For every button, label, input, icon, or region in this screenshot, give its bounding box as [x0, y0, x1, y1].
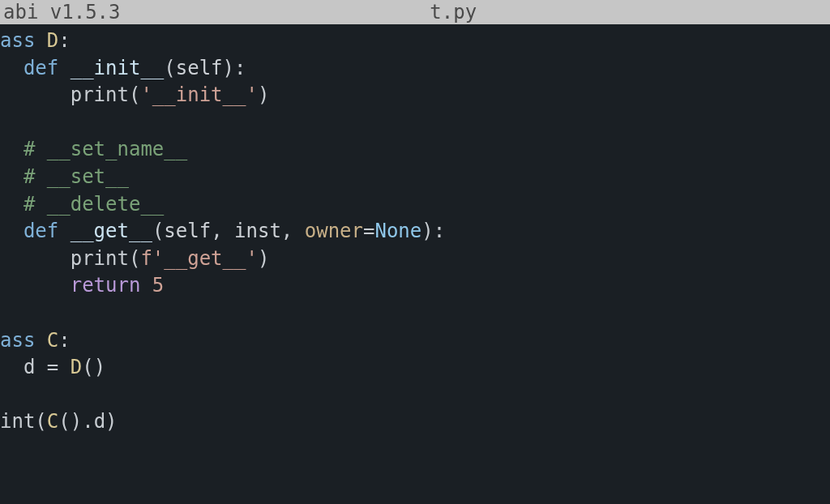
call: print — [71, 247, 129, 270]
variable: d — [24, 356, 47, 378]
paren: ) — [421, 220, 433, 242]
comma: , — [211, 220, 234, 242]
blank — [0, 111, 11, 134]
param-self: self — [164, 220, 211, 242]
paren: ) — [223, 57, 234, 79]
code-line[interactable]: def __init__(self): — [0, 55, 830, 83]
paren: ) — [258, 247, 269, 270]
code-line[interactable]: print(f'__get__') — [0, 246, 830, 273]
paren: ) — [71, 410, 82, 433]
space — [58, 356, 70, 378]
paren: ( — [152, 220, 164, 242]
dot: . — [82, 410, 93, 433]
space — [58, 220, 70, 242]
code-line[interactable]: int(C().d) — [0, 408, 830, 436]
indent — [0, 138, 24, 160]
colon: : — [434, 220, 445, 242]
app-version: abi v1.5.3 — [3, 1, 121, 23]
code-line-blank[interactable] — [0, 109, 830, 137]
param: inst — [234, 220, 281, 242]
code-line[interactable]: ass C: — [0, 327, 830, 355]
indent — [0, 57, 24, 79]
class-name: D — [47, 29, 58, 52]
indent — [0, 83, 71, 106]
indent — [0, 247, 71, 270]
title-bar: abi v1.5.3 t.py — [0, 0, 830, 24]
function-name: __get__ — [71, 220, 152, 242]
space — [58, 57, 70, 79]
paren: ( — [164, 57, 175, 79]
keyword-def: def — [24, 57, 58, 79]
paren: ) — [258, 83, 269, 106]
comma: , — [281, 220, 305, 242]
keyword-class: ass — [0, 329, 47, 352]
equals: = — [363, 220, 374, 242]
keyword-return: return — [71, 274, 141, 297]
comment: # __delete__ — [24, 193, 164, 216]
number-literal: 5 — [152, 274, 164, 297]
paren: ) — [105, 410, 117, 433]
code-line[interactable]: # __set__ — [0, 164, 830, 191]
class-name: C — [47, 329, 58, 352]
attribute: d — [94, 410, 105, 433]
paren: ( — [129, 247, 140, 270]
blank — [0, 301, 11, 324]
param: owner — [305, 220, 363, 242]
indent — [0, 356, 24, 378]
comment: # __set_name__ — [24, 138, 187, 160]
colon: : — [58, 329, 70, 352]
indent — [0, 193, 24, 216]
keyword-class: ass — [0, 29, 47, 52]
call: D — [71, 356, 82, 378]
indent — [0, 220, 24, 242]
blank — [0, 383, 11, 406]
paren: ( — [35, 410, 46, 433]
filename: t.py — [121, 1, 787, 23]
paren: ( — [82, 356, 93, 378]
equals: = — [47, 356, 58, 378]
colon: : — [234, 57, 246, 79]
space — [140, 274, 152, 297]
indent — [0, 274, 71, 297]
call: C — [47, 410, 58, 433]
paren: ( — [58, 410, 70, 433]
comment: # __set__ — [24, 165, 129, 188]
call: int — [0, 410, 35, 433]
indent — [0, 165, 24, 188]
string-literal: '__get__' — [152, 247, 258, 270]
code-line[interactable]: # __delete__ — [0, 191, 830, 219]
code-line[interactable]: ass D: — [0, 28, 830, 55]
code-line[interactable]: d = D() — [0, 354, 830, 382]
paren: ) — [94, 356, 105, 378]
code-line[interactable]: print('__init__') — [0, 82, 830, 109]
code-line[interactable]: # __set_name__ — [0, 136, 830, 164]
keyword-def: def — [24, 220, 58, 242]
code-line-blank[interactable] — [0, 382, 830, 409]
code-line[interactable]: def __get__(self, inst, owner=None): — [0, 218, 830, 246]
colon: : — [58, 29, 70, 52]
code-editor[interactable]: ass D: def __init__(self): print('__init… — [0, 24, 830, 436]
paren: ( — [129, 83, 140, 106]
param-self: self — [176, 57, 223, 79]
code-line[interactable]: return 5 — [0, 272, 830, 300]
string-literal: '__init__' — [140, 83, 258, 106]
code-line-blank[interactable] — [0, 300, 830, 327]
function-name: __init__ — [71, 57, 165, 79]
call: print — [71, 83, 129, 106]
none-literal: None — [374, 220, 421, 242]
fstring-prefix: f — [140, 247, 152, 270]
